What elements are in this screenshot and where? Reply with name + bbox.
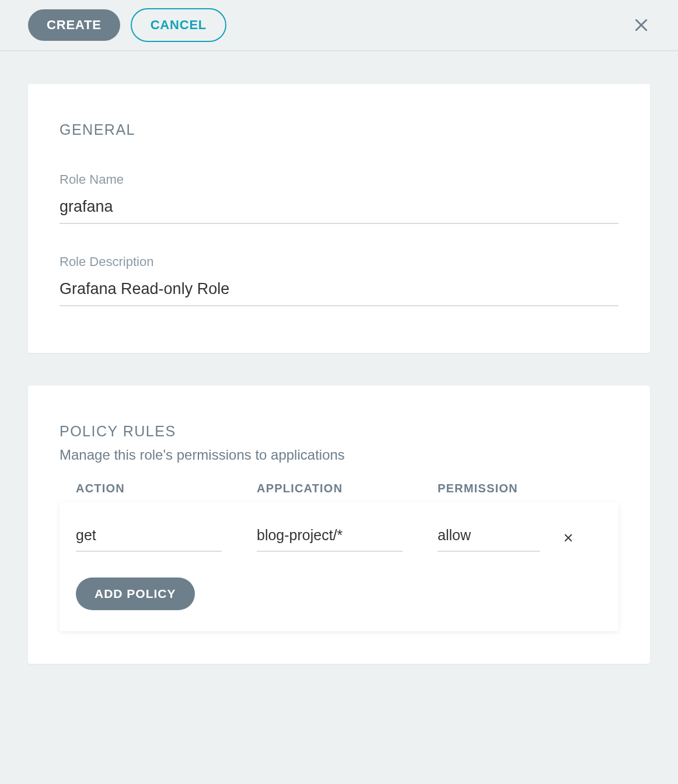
policy-card: POLICY RULES Manage this role's permissi… [28, 386, 650, 664]
role-desc-label: Role Description [60, 254, 618, 270]
content-area: GENERAL Role Name Role Description POLIC… [0, 51, 678, 696]
remove-policy-icon[interactable] [563, 533, 574, 543]
col-header-action: ACTION [76, 482, 257, 495]
policy-row [76, 523, 602, 552]
policy-body: ADD POLICY [60, 502, 618, 631]
general-card: GENERAL Role Name Role Description [28, 84, 650, 353]
role-desc-input[interactable] [60, 275, 618, 306]
policy-action-input[interactable] [76, 523, 222, 552]
policy-subtitle: Manage this role's permissions to applic… [60, 447, 618, 463]
role-desc-field: Role Description [60, 254, 618, 306]
close-icon[interactable] [632, 16, 650, 34]
role-name-field: Role Name [60, 172, 618, 224]
header-bar: CREATE CANCEL [0, 0, 678, 51]
policy-permission-input[interactable] [438, 523, 540, 552]
create-button[interactable]: CREATE [28, 9, 120, 41]
cancel-button[interactable]: CANCEL [131, 8, 226, 42]
policy-application-input[interactable] [257, 523, 403, 552]
col-header-permission: PERMISSION [438, 482, 554, 495]
add-policy-button[interactable]: ADD POLICY [76, 578, 195, 610]
policy-title: POLICY RULES [60, 423, 618, 440]
policy-header-row: ACTION APPLICATION PERMISSION [60, 482, 618, 495]
general-title: GENERAL [60, 121, 618, 138]
role-name-label: Role Name [60, 172, 618, 187]
role-name-input[interactable] [60, 193, 618, 224]
col-header-application: APPLICATION [257, 482, 438, 495]
